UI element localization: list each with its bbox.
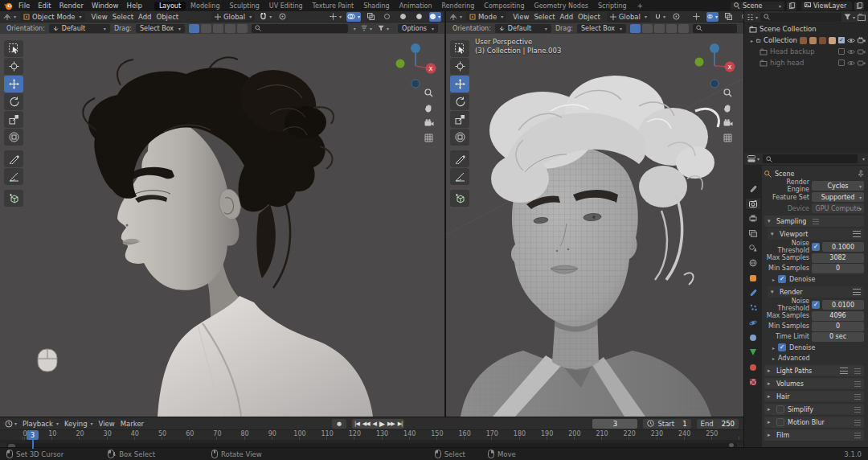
hide-eye-icon[interactable] <box>847 38 855 43</box>
tool-search-input[interactable] <box>693 24 737 33</box>
tab-material-icon[interactable] <box>746 362 760 372</box>
workspace-tab[interactable]: Sculpting <box>224 2 264 10</box>
render-engine-dropdown[interactable]: Cycles▾ <box>812 181 864 191</box>
workspace-tab[interactable]: Layout <box>154 2 186 10</box>
noise-threshold-checkbox[interactable]: ✓ <box>812 301 820 309</box>
device-dropdown[interactable]: GPU Compute▾ <box>812 203 864 213</box>
workspace-tab[interactable]: Scripting <box>593 2 632 10</box>
select-box-tool[interactable] <box>4 40 23 57</box>
workspace-tab[interactable]: Compositing <box>479 2 529 10</box>
outliner-row-head-backup[interactable]: Head backup <box>744 46 868 57</box>
panel-sampling-render[interactable]: ▾Render <box>768 286 864 298</box>
select-mode-subtract-icon[interactable] <box>213 24 223 33</box>
workspace-tab[interactable]: UV Editing <box>264 2 308 10</box>
pan-hand-icon[interactable] <box>723 104 733 113</box>
simplify-checkbox[interactable] <box>776 405 784 413</box>
panel-light-paths[interactable]: ▸Light Paths <box>764 365 864 376</box>
panel-simplify[interactable]: ▸Simplify <box>764 404 864 415</box>
collection-checkbox[interactable] <box>838 48 845 55</box>
outliner-row-collection[interactable]: ▸ Collection ✓ <box>744 35 868 46</box>
tab-view-layer-icon[interactable] <box>746 228 760 239</box>
tab-object-icon[interactable] <box>746 273 760 283</box>
proportional-editing-icon[interactable] <box>670 12 682 22</box>
menu-item[interactable]: Help <box>122 2 145 10</box>
rotate-tool[interactable] <box>450 93 469 110</box>
tool-search-input[interactable] <box>252 24 348 33</box>
scale-tool[interactable] <box>4 111 23 128</box>
panel-volumes[interactable]: ▸Volumes <box>764 378 864 389</box>
workspace-tab[interactable]: Geometry Nodes <box>530 2 593 10</box>
tab-physics-icon[interactable] <box>746 318 760 328</box>
timeline-ruler[interactable]: 0102030405060708090100110120130140150160… <box>0 429 743 440</box>
transform-tool[interactable] <box>450 129 469 146</box>
workspace-tab[interactable]: Shading <box>358 2 395 10</box>
frame-end-field[interactable]: End250 <box>697 419 739 429</box>
pan-hand-icon[interactable] <box>424 104 434 113</box>
transform-orientation-dropdown[interactable]: Global▾ <box>607 12 650 22</box>
noise-threshold-checkbox[interactable]: ✓ <box>812 243 820 251</box>
show-gizmo-icon[interactable]: ▾ <box>329 12 342 22</box>
menu-item[interactable]: File <box>14 2 34 10</box>
new-view-layer-button[interactable] <box>854 2 864 10</box>
select-mode-invert-icon[interactable] <box>666 24 677 33</box>
orientation-dropdown[interactable]: Default▾ <box>49 24 110 33</box>
panel-film[interactable]: ▸Film <box>764 429 864 441</box>
select-mode-extend-icon[interactable] <box>201 24 211 33</box>
menu-item[interactable]: Object <box>575 13 603 21</box>
annotate-tool[interactable] <box>4 150 23 167</box>
shading-solid-icon[interactable] <box>397 12 409 22</box>
frame-start-field[interactable]: Start1 <box>643 419 690 429</box>
current-frame-marker[interactable]: 3 <box>27 430 39 440</box>
options-dropdown[interactable]: Options▾ <box>398 24 438 33</box>
tab-object-data-icon[interactable] <box>746 347 760 358</box>
tab-world-icon[interactable] <box>746 258 760 269</box>
editor-type-icon[interactable]: ▾ <box>449 13 462 21</box>
min-samples-field[interactable]: 0 <box>812 322 864 331</box>
xray-toggle-icon[interactable] <box>365 12 377 22</box>
blender-logo-icon[interactable] <box>4 2 13 10</box>
orthographic-grid-icon[interactable] <box>723 133 733 142</box>
panel-motion-blur[interactable]: ▸Motion Blur <box>764 417 864 428</box>
panel-sampling-viewport[interactable]: ▾Viewport <box>768 228 864 240</box>
select-box-tool[interactable] <box>450 40 469 57</box>
show-overlays-icon[interactable]: ▾ <box>346 12 361 22</box>
object-thumbnail[interactable] <box>829 37 836 44</box>
workspace-tab[interactable]: Modeling <box>186 2 224 10</box>
snap-magnet-icon[interactable]: ▾ <box>259 12 272 22</box>
denoise-checkbox[interactable]: ✓ <box>778 343 786 351</box>
play-button[interactable]: ▶ <box>379 420 384 428</box>
measure-tool[interactable] <box>450 168 469 185</box>
select-mode-extend-icon[interactable] <box>642 24 653 33</box>
tab-modifiers-icon[interactable] <box>746 288 760 298</box>
tab-render-icon[interactable] <box>746 199 760 209</box>
min-samples-field[interactable]: 0 <box>812 264 864 273</box>
panel-denoise-viewport[interactable]: ▸ ✓ Denoise <box>764 273 864 285</box>
add-workspace-button[interactable]: + <box>633 2 648 10</box>
orientation-dropdown[interactable]: Default▾ <box>495 24 551 33</box>
menu-item[interactable]: Select <box>110 13 136 21</box>
menu-item[interactable]: Add <box>136 13 154 21</box>
snap-magnet-icon[interactable]: ▾ <box>654 12 666 22</box>
current-frame-field[interactable]: 3 <box>592 419 637 429</box>
view-layer-selector[interactable]: ViewLayer <box>801 2 852 10</box>
menu-item[interactable]: Window <box>88 2 123 10</box>
drag-mode-dropdown[interactable]: Select Box▾ <box>577 24 626 33</box>
move-tool[interactable] <box>450 76 469 92</box>
denoise-checkbox[interactable]: ✓ <box>778 275 786 283</box>
camera-view-icon[interactable] <box>723 119 733 127</box>
menu-item[interactable]: Object <box>154 13 181 21</box>
outliner-editor-icon[interactable]: ▾ <box>747 14 758 21</box>
editor-type-icon[interactable]: ▾ <box>3 13 16 21</box>
disable-render-camera-icon[interactable] <box>858 37 866 43</box>
auto-keying-record-button[interactable]: ● <box>332 419 346 429</box>
viewport-right-canvas[interactable]: User Perspective (3) Collection | Plane.… <box>445 34 743 417</box>
select-mode-set-icon[interactable] <box>189 24 199 33</box>
menu-item[interactable]: Render <box>55 2 88 10</box>
add-cube-tool[interactable] <box>450 190 469 207</box>
tab-particles-icon[interactable] <box>746 302 760 313</box>
feature-set-dropdown[interactable]: Supported▾ <box>812 192 864 202</box>
max-samples-field[interactable]: 3082 <box>812 253 864 263</box>
workspace-tab[interactable]: Texture Paint <box>308 2 359 10</box>
menu-item[interactable]: Edit <box>34 2 55 10</box>
transform-tool[interactable] <box>4 129 23 146</box>
